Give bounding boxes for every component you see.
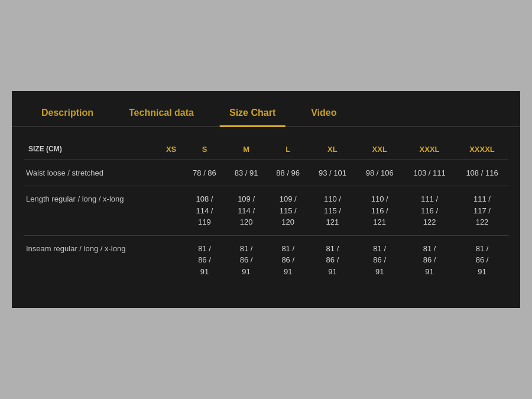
cell-1-2: 109 / 114 / 120 <box>225 186 267 236</box>
tab-size-chart[interactable]: Size Chart <box>212 102 293 126</box>
table-header: SIZE (CM) XSSMLXLXXLXXXLXXXXL <box>24 139 508 160</box>
main-container: DescriptionTechnical dataSize ChartVideo… <box>12 91 520 309</box>
cell-2-5: 81 / 86 / 91 <box>356 235 403 284</box>
cell-1-3: 109 / 115 / 120 <box>267 186 309 236</box>
size-header-s: S <box>184 139 226 160</box>
cell-0-3: 88 / 96 <box>267 160 309 186</box>
table-body: Waist loose / stretched78 / 8683 / 9188 … <box>24 160 508 284</box>
header-row: SIZE (CM) XSSMLXLXXLXXXLXXXXL <box>24 139 508 160</box>
cell-1-5: 110 / 116 / 121 <box>356 186 403 236</box>
size-header-xl: XL <box>309 139 356 160</box>
size-chart-table: SIZE (CM) XSSMLXLXXLXXXLXXXXL Waist loos… <box>24 139 508 285</box>
cell-1-0 <box>158 186 183 236</box>
cell-2-3: 81 / 86 / 91 <box>267 235 309 284</box>
cell-0-5: 98 / 106 <box>356 160 403 186</box>
tab-technical-data[interactable]: Technical data <box>111 102 212 126</box>
tab-bar: DescriptionTechnical dataSize ChartVideo <box>12 91 520 127</box>
cell-0-6: 103 / 111 <box>403 160 456 186</box>
cell-2-4: 81 / 86 / 91 <box>309 235 356 284</box>
cell-0-7: 108 / 116 <box>456 160 508 186</box>
size-header-l: L <box>267 139 309 160</box>
size-header-m: M <box>225 139 267 160</box>
cell-2-7: 81 / 86 / 91 <box>456 235 508 284</box>
size-header-xxxl: XXXL <box>403 139 456 160</box>
row-label-2: Inseam regular / long / x-long <box>24 235 158 284</box>
cell-1-4: 110 / 115 / 121 <box>309 186 356 236</box>
table-row: Length regular / long / x-long108 / 114 … <box>24 186 508 236</box>
cell-2-2: 81 / 86 / 91 <box>225 235 267 284</box>
cell-0-4: 93 / 101 <box>309 160 356 186</box>
tab-description[interactable]: Description <box>24 102 111 126</box>
table-wrapper: SIZE (CM) XSSMLXLXXLXXXLXXXXL Waist loos… <box>12 127 520 291</box>
size-header-xxxxl: XXXXL <box>456 139 508 160</box>
table-row: Inseam regular / long / x-long81 / 86 / … <box>24 235 508 284</box>
tab-video[interactable]: Video <box>293 102 354 126</box>
cell-0-1: 78 / 86 <box>184 160 226 186</box>
cell-1-7: 111 / 117 / 122 <box>456 186 508 236</box>
cell-2-0 <box>158 235 183 284</box>
cell-1-1: 108 / 114 / 119 <box>184 186 226 236</box>
row-label-1: Length regular / long / x-long <box>24 186 158 236</box>
cell-0-0 <box>158 160 183 186</box>
row-label-0: Waist loose / stretched <box>24 160 158 186</box>
size-header-xxl: XXL <box>356 139 403 160</box>
size-header-xs: XS <box>158 139 183 160</box>
cell-2-1: 81 / 86 / 91 <box>184 235 226 284</box>
table-row: Waist loose / stretched78 / 8683 / 9188 … <box>24 160 508 186</box>
cell-2-6: 81 / 86 / 91 <box>403 235 456 284</box>
cell-1-6: 111 / 116 / 122 <box>403 186 456 236</box>
cell-0-2: 83 / 91 <box>225 160 267 186</box>
size-label-header: SIZE (CM) <box>24 139 158 160</box>
